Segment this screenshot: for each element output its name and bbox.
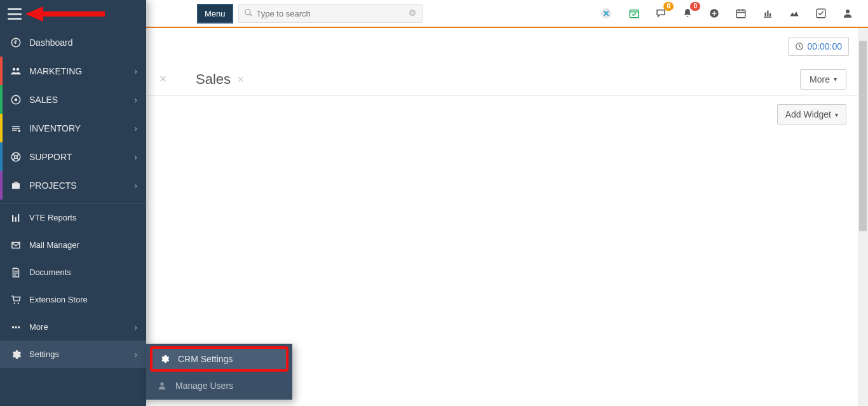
- sidebar-item-extension-store[interactable]: Extension Store: [0, 286, 146, 313]
- nav-label: Mail Manager: [29, 240, 137, 250]
- svg-point-1: [15, 98, 18, 101]
- svg-point-23: [846, 10, 850, 13]
- calendar-check-icon[interactable]: [628, 7, 641, 20]
- add-widget-label: Add Widget: [785, 109, 831, 119]
- svg-rect-8: [18, 326, 20, 328]
- barchart-icon: [9, 212, 23, 224]
- sidebar-item-mail-manager[interactable]: Mail Manager: [0, 231, 146, 259]
- nav-label: Settings: [29, 349, 134, 359]
- gear-icon: [9, 349, 23, 360]
- svg-rect-6: [12, 326, 14, 328]
- nav-label: SUPPORT: [29, 152, 134, 162]
- tab-close-prev-icon[interactable]: ✕: [159, 73, 167, 85]
- svg-point-5: [18, 302, 19, 304]
- checkbox-icon[interactable]: [815, 7, 827, 20]
- more-label: More: [810, 74, 830, 85]
- sidebar-item-dashboard[interactable]: Dashboard: [0, 28, 146, 57]
- nav-label: VTE Reports: [29, 213, 137, 222]
- areachart-icon[interactable]: [788, 7, 801, 20]
- chevron-right-icon: ›: [134, 322, 137, 332]
- sidebar-header: [0, 0, 146, 28]
- svg-rect-16: [630, 10, 639, 18]
- timer-value: 00:00:00: [808, 41, 843, 51]
- svg-point-4: [14, 302, 15, 304]
- settings-submenu: CRM Settings Manage Users: [146, 344, 292, 400]
- submenu-label: Manage Users: [175, 381, 233, 391]
- dashboard-icon: [9, 37, 23, 48]
- nav-label: SALES: [29, 95, 134, 105]
- nav-label: INVENTORY: [29, 123, 134, 133]
- svg-rect-19: [765, 13, 766, 17]
- svg-rect-21: [770, 13, 771, 17]
- target-icon: [9, 94, 23, 105]
- nav-label: Documents: [29, 267, 137, 277]
- cart-icon: [9, 294, 23, 306]
- nav-label: Dashboard: [29, 37, 137, 48]
- submenu-item-manage-users[interactable]: Manage Users: [146, 373, 292, 398]
- submenu-label: CRM Settings: [178, 354, 233, 364]
- dots-icon: [9, 321, 23, 333]
- bell-badge: 0: [690, 2, 700, 11]
- svg-point-12: [245, 9, 250, 14]
- clock-icon: [795, 42, 804, 51]
- chevron-right-icon: ›: [134, 123, 137, 133]
- menu-button[interactable]: Menu: [197, 4, 233, 24]
- plus-circle-icon[interactable]: [708, 7, 721, 20]
- sidebar-item-support[interactable]: SUPPORT ›: [0, 142, 146, 171]
- add-widget-button[interactable]: Add Widget ▾: [777, 104, 846, 125]
- scrollbar[interactable]: [858, 28, 868, 406]
- svg-rect-20: [767, 11, 768, 17]
- bell-icon[interactable]: 0: [681, 7, 694, 20]
- caret-down-icon: ▾: [835, 111, 838, 118]
- tab-title: Sales: [196, 71, 231, 88]
- chevron-right-icon: ›: [134, 349, 137, 360]
- app-logo-icon[interactable]: [599, 6, 614, 21]
- inventory-icon: [9, 123, 23, 134]
- nav-label: MARKETING: [29, 66, 134, 76]
- search-icon: [244, 8, 253, 19]
- sidebar-item-vte-reports[interactable]: VTE Reports: [0, 204, 146, 231]
- sidebar-item-marketing[interactable]: MARKETING ›: [0, 57, 146, 85]
- svg-rect-18: [736, 10, 745, 18]
- chat-badge: 0: [663, 2, 674, 11]
- sidebar-item-documents[interactable]: Documents: [0, 259, 146, 286]
- chat-icon[interactable]: 0: [654, 7, 667, 20]
- sidebar-item-sales[interactable]: SALES ›: [0, 85, 146, 114]
- chevron-right-icon: ›: [134, 152, 137, 162]
- caret-down-icon: ▾: [834, 76, 837, 83]
- search-input[interactable]: [257, 9, 408, 18]
- svg-line-13: [249, 13, 252, 16]
- top-header: Menu 0 0: [146, 0, 868, 28]
- tabs-row: ✕ Sales ✕ More ▾: [146, 63, 868, 96]
- nav-label: PROJECTS: [29, 180, 134, 191]
- tab-close-icon[interactable]: ✕: [237, 74, 245, 85]
- user-icon: [155, 381, 169, 391]
- calendar-icon[interactable]: [735, 7, 747, 20]
- briefcase-icon: [9, 180, 23, 191]
- chevron-down-icon[interactable]: [408, 8, 417, 19]
- sidebar-item-more[interactable]: More ›: [0, 313, 146, 341]
- scrollbar-thumb[interactable]: [859, 41, 867, 231]
- sidebar: Dashboard MARKETING › SALES › INVENTORY …: [0, 0, 146, 406]
- users-icon: [9, 65, 23, 77]
- more-button[interactable]: More ▾: [800, 69, 846, 90]
- chevron-right-icon: ›: [134, 66, 137, 76]
- sidebar-item-settings[interactable]: Settings ›: [0, 341, 146, 368]
- nav-label: Extension Store: [29, 295, 137, 304]
- barchart-icon[interactable]: [761, 7, 774, 20]
- top-icons: 0 0: [599, 6, 862, 21]
- user-icon[interactable]: [841, 7, 854, 20]
- chevron-right-icon: ›: [134, 95, 137, 105]
- sidebar-item-projects[interactable]: PROJECTS ›: [0, 171, 146, 200]
- gear-icon: [158, 354, 172, 364]
- svg-point-3: [15, 155, 18, 158]
- submenu-item-crm-settings[interactable]: CRM Settings: [151, 348, 287, 370]
- svg-point-14: [409, 9, 416, 16]
- hamburger-icon[interactable]: [8, 8, 22, 20]
- chevron-right-icon: ›: [134, 180, 137, 191]
- sidebar-item-inventory[interactable]: INVENTORY ›: [0, 114, 146, 142]
- timer-button[interactable]: 00:00:00: [788, 37, 850, 56]
- search-box[interactable]: [238, 4, 423, 23]
- mail-icon: [9, 240, 23, 251]
- support-icon: [9, 151, 23, 163]
